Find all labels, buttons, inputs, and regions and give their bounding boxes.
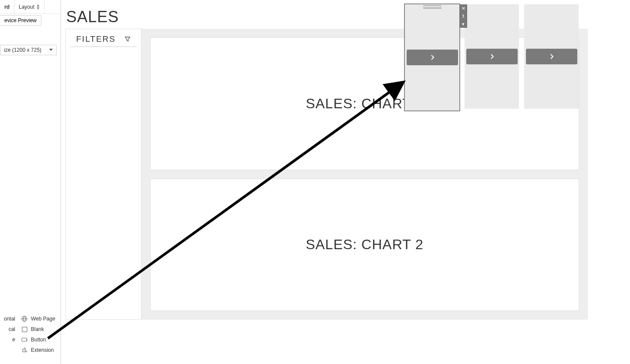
- chart-2-title: SALES: CHART 2: [306, 237, 424, 253]
- floating-container-group: ✕ ▾: [405, 4, 579, 110]
- navigation-button-1[interactable]: [407, 50, 458, 65]
- pin-icon[interactable]: [459, 12, 467, 20]
- tab-sort-icon: ▲▼: [36, 4, 40, 10]
- caret-down-icon: [49, 49, 53, 51]
- object-web-page-label: Web Page: [31, 316, 55, 322]
- navigation-button-2[interactable]: [466, 49, 518, 64]
- object-horizontal[interactable]: ontal: [0, 316, 15, 322]
- object-vertical[interactable]: cal: [0, 326, 15, 332]
- floating-container-3[interactable]: [524, 4, 579, 109]
- svg-rect-4: [22, 338, 27, 341]
- size-dropdown-label: ize (1200 x 725): [4, 47, 41, 53]
- panel-tab-row: rd Layout ▲▼: [0, 0, 61, 14]
- square-icon: [21, 326, 27, 332]
- menu-caret-icon[interactable]: ▾: [459, 20, 467, 28]
- object-e[interactable]: e: [0, 337, 15, 343]
- selection-controls: ✕ ▾: [459, 4, 467, 28]
- filters-label: FILTERS: [76, 34, 116, 44]
- object-extension-label: Extension: [31, 347, 54, 353]
- object-web-page[interactable]: Web Page: [15, 316, 55, 322]
- left-side-panel: rd Layout ▲▼ evice Preview ize (1200 x 7…: [0, 0, 61, 364]
- device-preview-row: evice Preview: [0, 14, 61, 27]
- object-button-label: Button: [31, 337, 46, 343]
- object-vertical-label: cal: [9, 326, 15, 332]
- button-icon: [21, 337, 27, 343]
- filters-panel[interactable]: FILTERS: [65, 29, 141, 320]
- tab-dashboard-label: rd: [4, 4, 10, 10]
- chevron-right-icon: [429, 54, 435, 60]
- extension-icon: [21, 347, 27, 353]
- object-button[interactable]: Button: [15, 337, 46, 343]
- svg-rect-3: [22, 327, 27, 332]
- tab-layout-label: Layout: [19, 4, 34, 10]
- floating-container-2[interactable]: [465, 4, 519, 109]
- object-extension[interactable]: Extension: [15, 347, 54, 353]
- size-dropdown[interactable]: ize (1200 x 725): [0, 45, 57, 55]
- object-e-label: e: [12, 337, 15, 343]
- tab-layout[interactable]: Layout ▲▼: [14, 0, 45, 13]
- floating-container-selected[interactable]: ✕ ▾: [405, 4, 459, 110]
- navigation-button-3[interactable]: [526, 49, 577, 64]
- object-blank[interactable]: Blank: [15, 326, 44, 332]
- chevron-right-icon: [549, 53, 555, 60]
- filter-icon[interactable]: [125, 36, 131, 42]
- device-preview-button[interactable]: evice Preview: [0, 15, 41, 26]
- drag-handle-icon[interactable]: [423, 5, 441, 9]
- close-icon[interactable]: ✕: [459, 4, 467, 12]
- chevron-right-icon: [489, 53, 495, 60]
- object-blank-label: Blank: [31, 326, 44, 332]
- object-horizontal-label: ontal: [4, 316, 15, 322]
- size-row: ize (1200 x 725): [0, 40, 61, 60]
- filters-header: FILTERS: [70, 29, 137, 47]
- objects-list: ontal Web Page cal Blank e Button: [0, 310, 61, 364]
- dashboard-canvas[interactable]: SALES FILTERS SALES: CHART 1 SALES: CHAR…: [61, 0, 630, 364]
- chart-zone-2[interactable]: SALES: CHART 2: [150, 179, 579, 311]
- tab-dashboard[interactable]: rd: [0, 0, 14, 13]
- device-preview-label: evice Preview: [4, 17, 37, 23]
- globe-icon: [21, 316, 27, 322]
